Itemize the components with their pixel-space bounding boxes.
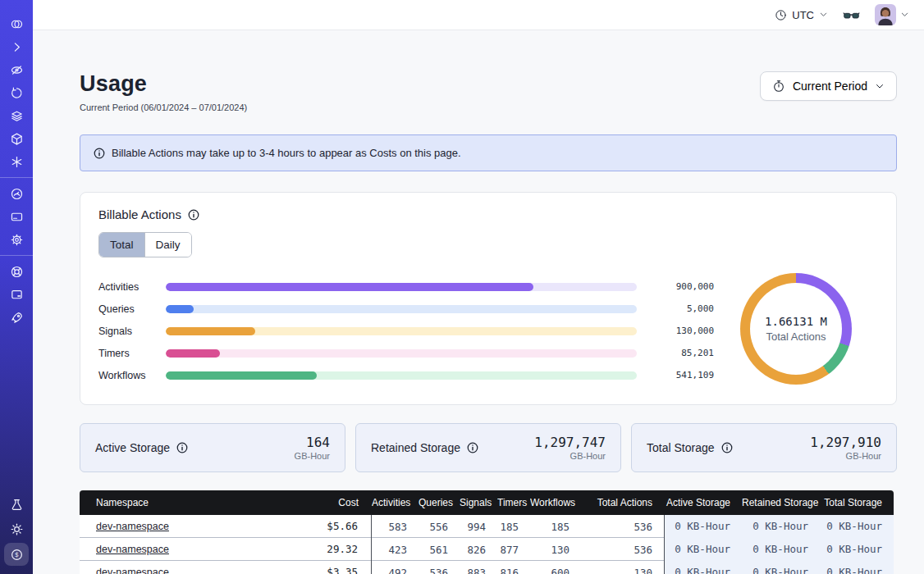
active-storage-value: 164 bbox=[295, 435, 330, 450]
chevron-down-icon bbox=[819, 9, 828, 21]
table-cell: 536 bbox=[581, 544, 664, 556]
column-header-total-actions: Total Actions bbox=[581, 497, 664, 508]
page-title: Usage bbox=[80, 71, 247, 97]
billing-card-icon[interactable] bbox=[5, 206, 28, 227]
bar-track bbox=[166, 283, 637, 291]
bar-fill bbox=[166, 327, 255, 335]
table-body: dev-namespace$5.665835569941851855360 KB… bbox=[80, 515, 894, 574]
table-row: dev-namespace$3.354925368838166001300 KB… bbox=[80, 561, 894, 574]
bar-label: Activities bbox=[98, 281, 166, 293]
tab-daily[interactable]: Daily bbox=[144, 233, 191, 257]
bar-label: Signals bbox=[98, 326, 166, 337]
retained-storage-unit: GB-Hour bbox=[534, 451, 606, 461]
table-cell: 536 bbox=[581, 521, 664, 533]
column-header-timers: Timers bbox=[497, 497, 530, 508]
retained-storage-value: 1,297,747 bbox=[534, 435, 606, 450]
temporal-logo-icon[interactable] bbox=[5, 13, 28, 34]
table-cell: $5.66 bbox=[292, 515, 372, 538]
table-header-row: NamespaceCostActivitiesQueriesSignalsTim… bbox=[80, 490, 894, 515]
table-cell: 0 KB-Hour bbox=[820, 538, 894, 561]
bar-value: 85,201 bbox=[650, 348, 714, 358]
bar-value: 900,000 bbox=[650, 281, 714, 292]
docs-monitor-icon[interactable] bbox=[5, 284, 28, 305]
total-storage-value: 1,297,910 bbox=[810, 435, 881, 450]
column-header-signals: Signals bbox=[460, 497, 497, 508]
bar-row-timers: Timers85,201 bbox=[98, 342, 714, 364]
table-cell: dev-namespace bbox=[80, 544, 292, 555]
asterisk-icon[interactable] bbox=[5, 151, 28, 172]
history-icon[interactable] bbox=[5, 82, 28, 103]
table-cell: 561 bbox=[419, 544, 460, 556]
table-cell: $3.35 bbox=[292, 561, 372, 574]
dev-glasses-icon[interactable] bbox=[843, 7, 860, 24]
retained-storage-card: Retained Storage 1,297,747 GB-Hour bbox=[355, 423, 621, 472]
table-cell: 492 bbox=[372, 567, 419, 574]
theme-sun-icon[interactable] bbox=[5, 518, 28, 540]
getting-started-rocket-icon[interactable] bbox=[5, 307, 28, 328]
table-cell: 600 bbox=[530, 567, 581, 574]
bar-value: 130,000 bbox=[650, 326, 714, 336]
table-cell: 0 KB-Hour bbox=[742, 538, 820, 561]
bar-label: Queries bbox=[98, 303, 166, 315]
bar-row-signals: Signals130,000 bbox=[98, 320, 714, 342]
bar-track bbox=[166, 305, 637, 313]
table-cell: dev-namespace bbox=[80, 521, 292, 532]
info-icon bbox=[94, 148, 105, 159]
info-icon[interactable] bbox=[176, 442, 188, 453]
table-cell: 826 bbox=[460, 544, 497, 556]
content: Usage Current Period (06/01/2024 – 07/01… bbox=[33, 30, 924, 574]
bar-label: Timers bbox=[98, 348, 166, 359]
bar-track bbox=[166, 349, 637, 358]
namespace-link[interactable]: dev-namespace bbox=[96, 521, 169, 532]
info-icon[interactable] bbox=[467, 442, 478, 453]
namespace-link[interactable]: dev-namespace bbox=[96, 567, 169, 574]
active-storage-label: Active Storage bbox=[95, 441, 170, 454]
usage-gauge-icon[interactable] bbox=[5, 183, 28, 204]
bar-track bbox=[166, 371, 637, 380]
table-cell: 583 bbox=[372, 521, 419, 533]
table-cell: 0 KB-Hour bbox=[820, 561, 894, 574]
table-cell: 556 bbox=[419, 521, 460, 533]
user-menu[interactable] bbox=[875, 4, 909, 25]
table-cell: 185 bbox=[497, 521, 530, 533]
table-cell: 423 bbox=[372, 544, 419, 556]
info-icon[interactable] bbox=[721, 442, 733, 453]
table-cell: 0 KB-Hour bbox=[742, 515, 820, 538]
bar-fill bbox=[166, 371, 317, 380]
cube-icon[interactable] bbox=[5, 128, 28, 149]
timezone-label: UTC bbox=[792, 9, 814, 21]
table-cell: 0 KB-Hour bbox=[742, 561, 820, 574]
table-cell: dev-namespace bbox=[80, 567, 292, 574]
bar-chart: Activities900,000Queries5,000Signals130,… bbox=[98, 271, 714, 386]
column-header-workflows: Workflows bbox=[530, 497, 581, 508]
bar-label: Workflows bbox=[98, 370, 166, 381]
tab-total[interactable]: Total bbox=[99, 233, 144, 257]
bar-value: 541,109 bbox=[650, 370, 714, 380]
timezone-selector[interactable]: UTC bbox=[775, 9, 828, 21]
table-cell: 0 KB-Hour bbox=[664, 561, 742, 574]
column-header-total-storage: Total Storage bbox=[820, 497, 894, 508]
retained-storage-label: Retained Storage bbox=[371, 441, 460, 454]
layers-icon[interactable] bbox=[5, 105, 28, 126]
bar-row-workflows: Workflows541,109 bbox=[98, 364, 714, 386]
lab-flask-icon[interactable] bbox=[5, 494, 28, 515]
info-icon[interactable] bbox=[188, 209, 199, 221]
bar-fill bbox=[166, 305, 194, 313]
avatar bbox=[875, 4, 896, 25]
bar-row-queries: Queries5,000 bbox=[98, 298, 714, 320]
period-selector-button[interactable]: Current Period bbox=[760, 71, 897, 101]
column-header-retained-storage: Retained Storage bbox=[742, 497, 820, 508]
namespace-link[interactable]: dev-namespace bbox=[96, 544, 169, 555]
sidebar-group-top bbox=[0, 8, 33, 177]
active-storage-unit: GB-Hour bbox=[295, 451, 330, 461]
table-cell: 0 KB-Hour bbox=[820, 515, 894, 538]
clock-icon bbox=[775, 9, 787, 21]
credits-dollar-icon[interactable]: $ bbox=[4, 543, 29, 566]
support-lifebuoy-icon[interactable] bbox=[5, 261, 28, 282]
storage-cards: Active Storage 164 GB-Hour Retained Stor… bbox=[80, 423, 897, 472]
chevron-right-icon[interactable] bbox=[5, 36, 28, 57]
chevron-down-icon bbox=[875, 81, 885, 91]
settings-gear-icon[interactable] bbox=[5, 229, 28, 250]
table-cell: 130 bbox=[530, 544, 581, 556]
namespaces-eye-icon[interactable] bbox=[5, 59, 28, 80]
